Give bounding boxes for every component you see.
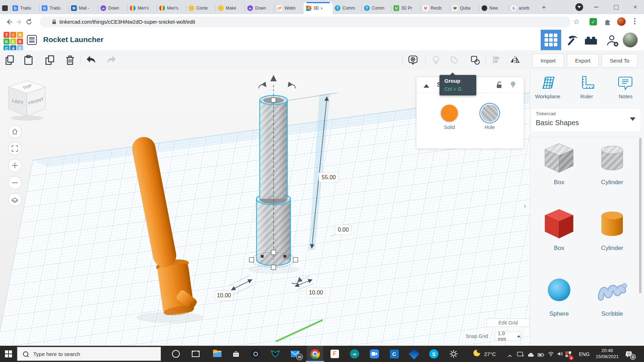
chrome-taskbar-icon[interactable] <box>307 346 323 362</box>
store-taskbar-icon[interactable] <box>228 346 244 362</box>
visibility-bulb-icon[interactable] <box>508 80 518 91</box>
collapse-panel-icon[interactable] <box>424 84 429 88</box>
browser-tab[interactable]: Gazerb <box>509 2 538 14</box>
height-handle[interactable] <box>271 250 276 255</box>
snap-grid-dropdown[interactable]: 1.0 mm <box>495 332 521 341</box>
start-button[interactable] <box>0 346 17 362</box>
browser-tab[interactable]: TComm <box>333 2 362 14</box>
browser-menu-kebab-icon[interactable] <box>634 18 636 24</box>
browser-tab[interactable]: ∞Down <box>98 2 127 14</box>
mirror-icon[interactable] <box>510 55 520 67</box>
task-view-taskbar-icon[interactable] <box>188 346 204 362</box>
clock-time[interactable]: 20:48 <box>593 348 621 353</box>
browser-tab[interactable]: TComm <box>362 2 391 14</box>
browser-tab[interactable]: U3D Pr <box>391 2 420 14</box>
browser-tab[interactable]: cPWebn <box>275 2 304 14</box>
new-tab-button[interactable]: + <box>539 3 548 12</box>
tablet-mode-icon[interactable] <box>517 352 524 358</box>
undo-icon[interactable] <box>85 54 97 68</box>
arduino-taskbar-icon[interactable]: ∞ <box>346 346 363 362</box>
bookmark-star-icon[interactable]: ☆ <box>573 17 580 26</box>
tab-close-icon[interactable]: × <box>320 6 323 11</box>
browser-tab[interactable]: Make <box>216 2 245 14</box>
pinned-tab[interactable] <box>0 2 10 14</box>
group-icon[interactable] <box>449 55 460 67</box>
zoom-taskbar-icon[interactable] <box>366 346 383 362</box>
forward-icon[interactable] <box>15 18 23 26</box>
dim-label-width-left[interactable]: 10.00 <box>215 291 233 300</box>
corner-handle[interactable] <box>283 255 286 258</box>
shape-tile-sphere[interactable]: Sphere <box>533 272 586 338</box>
browser-tab[interactable]: Men's <box>128 2 157 14</box>
brick-blocks-icon[interactable] <box>584 35 598 47</box>
user-avatar[interactable] <box>623 33 638 47</box>
browser-tab[interactable]: WQuba <box>450 2 479 14</box>
workspaces-grid-button[interactable] <box>541 30 561 50</box>
rotate-arrow[interactable] <box>259 84 266 88</box>
battery-icon[interactable] <box>537 352 545 358</box>
browser-tab[interactable]: 3D× <box>304 2 333 14</box>
back-icon[interactable] <box>5 18 13 26</box>
steam-taskbar-icon[interactable] <box>247 346 264 362</box>
browser-tab[interactable]: ∞Down <box>245 2 274 14</box>
fusion360-taskbar-icon[interactable]: F <box>327 346 343 362</box>
dim-label-width-right[interactable]: 10.00 <box>307 288 325 298</box>
scale-handle[interactable] <box>249 258 254 262</box>
browser-tab[interactable]: New <box>479 2 508 14</box>
import-button[interactable]: Import <box>532 54 564 68</box>
ungroup-icon[interactable] <box>470 55 481 67</box>
browser-profile-chevron[interactable] <box>575 3 583 11</box>
shape-tile-scribble[interactable]: Scribble <box>586 272 639 338</box>
browser-tab[interactable]: MRecib <box>421 2 450 14</box>
rotate-arrow[interactable] <box>288 84 295 88</box>
cura-taskbar-icon[interactable]: C <box>386 346 402 362</box>
workplane-tool-label[interactable]: Workplane <box>531 93 565 99</box>
browser-avatar[interactable] <box>617 17 626 26</box>
shape-tile-box[interactable]: Box <box>533 141 586 206</box>
dim-label-height[interactable]: 55.00 <box>319 173 339 182</box>
export-button[interactable]: Export <box>567 54 599 68</box>
zoom-out-button[interactable] <box>8 176 22 189</box>
home-view-button[interactable] <box>8 125 22 138</box>
tray-expand-chevron-icon[interactable] <box>507 352 512 359</box>
skype-taskbar-icon[interactable]: S <box>426 346 442 362</box>
mail-taskbar-icon[interactable]: 33 <box>287 346 303 362</box>
window-maximize-button[interactable] <box>611 4 621 11</box>
browser-tab[interactable]: Conte <box>186 2 215 14</box>
view-cube[interactable]: TOP LEFT FRONT <box>7 78 47 121</box>
page-title[interactable]: Rocket Launcher <box>43 35 103 44</box>
shape-tile-cylinder[interactable]: Cylinder <box>586 206 639 272</box>
wifi-icon[interactable] <box>548 351 554 358</box>
language-indicator[interactable]: ENG <box>579 351 590 357</box>
browser-tab[interactable]: GTradu <box>40 2 69 14</box>
dim-label-zero[interactable]: 0.00 <box>335 225 351 235</box>
ruler-tool-icon[interactable] <box>578 74 594 93</box>
scale-handle[interactable] <box>271 265 276 270</box>
onedrive-cloud-icon[interactable] <box>527 352 535 358</box>
app-alert-icon[interactable]: 4 <box>565 351 571 357</box>
hwinfo-taskbar-icon[interactable] <box>406 346 422 362</box>
cortana-taskbar-icon[interactable] <box>168 346 184 362</box>
file-explorer-taskbar-icon[interactable] <box>209 346 225 362</box>
window-close-button[interactable]: × <box>631 3 640 11</box>
browser-tab[interactable]: GTradu <box>10 2 39 14</box>
predator-taskbar-icon[interactable] <box>267 346 283 362</box>
browser-tab[interactable]: MMail - <box>69 2 98 14</box>
taskbar-search[interactable]: Type here to search <box>17 347 161 361</box>
send-to-button[interactable]: Send To <box>602 54 638 68</box>
perspective-toggle-button[interactable] <box>8 193 22 206</box>
scale-handle[interactable] <box>293 258 298 262</box>
temperature[interactable]: 27°C <box>484 351 496 357</box>
notes-tool-icon[interactable] <box>617 74 633 93</box>
unlock-icon[interactable] <box>495 81 504 90</box>
extension-check-icon[interactable]: ✓ <box>590 18 597 25</box>
hole-swatch[interactable] <box>481 105 498 122</box>
browser-tab[interactable]: Men's <box>157 2 186 14</box>
reload-icon[interactable] <box>25 18 33 26</box>
volume-icon[interactable] <box>557 351 564 358</box>
sidebar-scrollbar[interactable] <box>639 138 642 293</box>
clock-date[interactable]: 15/08/2021 <box>593 354 621 359</box>
duplicate-icon[interactable] <box>44 54 56 68</box>
corner-handle[interactable] <box>261 255 264 258</box>
invite-person-icon[interactable] <box>606 34 619 49</box>
